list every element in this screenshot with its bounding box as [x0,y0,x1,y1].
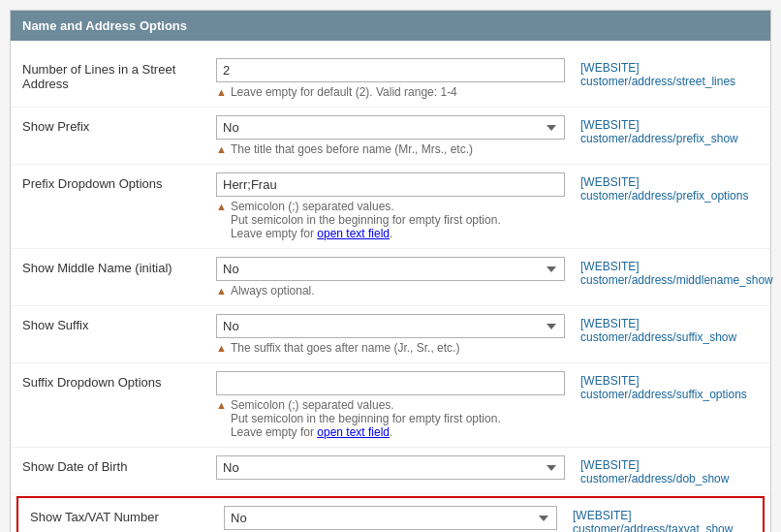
form-row-prefix_options: Prefix Dropdown Options▲Semicolon (;) se… [11,165,770,249]
control-col-prefix_options: ▲Semicolon (;) separated values.Put semi… [216,172,565,240]
hint-block-suffix_options: Semicolon (;) separated values.Put semic… [231,398,501,439]
hint-triangle-icon: ▲ [216,143,227,155]
name-address-options-panel: Name and Address Options Number of Lines… [10,10,771,532]
scope-col-street_lines: [WEBSITE]customer/address/street_lines [565,58,759,88]
hint-text: Leave empty for default (2). Valid range… [231,85,457,99]
hint-middlename_show: ▲Always optional. [216,284,565,297]
scope-label-dob_show: [WEBSITE] [580,458,640,472]
hint-text: Always optional. [231,284,315,297]
label-dob_show: Show Date of Birth [22,455,216,474]
hint-street_lines: ▲Leave empty for default (2). Valid rang… [216,85,565,99]
control-col-suffix_show: NoOptionalRequired▲The suffix that goes … [216,314,565,355]
form-row-suffix_options: Suffix Dropdown Options▲Semicolon (;) se… [11,363,770,448]
hint-triangle-icon: ▲ [216,342,227,354]
hint-text: The suffix that goes after name (Jr., Sr… [231,341,460,355]
hint-block-line: Leave empty for open text field. [231,425,501,439]
input-prefix_options[interactable] [216,172,565,197]
form-row-middlename_show: Show Middle Name (initial)NoOptionalRequ… [11,249,770,306]
scope-label-taxvat_show: [WEBSITE] [573,509,632,522]
scope-path-dob_show[interactable]: customer/address/dob_show [580,472,759,485]
open-text-field-link[interactable]: open text field [317,227,390,240]
hint-block-line: Semicolon (;) separated values. [231,200,501,213]
panel-body: Number of Lines in a Street Address▲Leav… [11,41,770,532]
label-prefix_show: Show Prefix [22,115,216,134]
scope-path-suffix_show[interactable]: customer/address/suffix_show [580,330,759,344]
form-row-street_lines: Number of Lines in a Street Address▲Leav… [11,50,770,108]
hint-block-prefix_options: Semicolon (;) separated values.Put semic… [231,200,501,240]
hint-triangle-icon: ▲ [216,285,227,297]
hint-triangle-icon: ▲ [216,201,227,212]
select-suffix_show[interactable]: NoOptionalRequired [216,314,565,338]
label-prefix_options: Prefix Dropdown Options [22,172,216,191]
scope-label-prefix_options: [WEBSITE] [580,175,640,189]
label-suffix_options: Suffix Dropdown Options [22,371,216,390]
scope-path-prefix_show[interactable]: customer/address/prefix_show [580,132,759,145]
hint-block-line: Semicolon (;) separated values. [231,398,501,412]
input-suffix_options[interactable] [216,371,565,395]
input-street_lines[interactable] [216,58,565,82]
hint-block-line: Put semicolon in the beginning for empty… [231,412,501,425]
scope-col-taxvat_show: [WEBSITE]customer/address/taxvat_show [557,506,751,532]
hint-prefix_show: ▲The title that goes before name (Mr., M… [216,142,565,156]
select-dob_show[interactable]: NoOptionalRequired [216,455,565,480]
select-prefix_show[interactable]: NoOptionalRequired [216,115,565,140]
scope-label-suffix_options: [WEBSITE] [580,374,640,388]
hint-block-line: Put semicolon in the beginning for empty… [231,213,501,227]
control-col-prefix_show: NoOptionalRequired▲The title that goes b… [216,115,565,156]
hint-triangle-icon: ▲ [216,86,227,98]
hint-block-line: Leave empty for open text field. [231,227,501,240]
open-text-field-link[interactable]: open text field [317,425,390,439]
form-row-taxvat_show: Show Tax/VAT NumberNoOptionalRequired[WE… [16,496,765,532]
form-row-dob_show: Show Date of BirthNoOptionalRequired[WEB… [11,448,770,494]
control-col-street_lines: ▲Leave empty for default (2). Valid rang… [216,58,565,99]
scope-path-prefix_options[interactable]: customer/address/prefix_options [580,189,759,203]
label-middlename_show: Show Middle Name (initial) [22,257,216,275]
scope-path-middlename_show[interactable]: customer/address/middlename_show [580,273,759,287]
select-middlename_show[interactable]: NoOptionalRequired [216,257,565,281]
form-row-prefix_show: Show PrefixNoOptionalRequired▲The title … [11,108,770,165]
control-col-suffix_options: ▲Semicolon (;) separated values.Put semi… [216,371,565,439]
label-taxvat_show: Show Tax/VAT Number [30,506,224,524]
hint-triangle-icon: ▲ [216,399,227,411]
scope-label-street_lines: [WEBSITE] [580,61,640,75]
panel-title: Name and Address Options [11,11,770,41]
scope-path-taxvat_show[interactable]: customer/address/taxvat_show [573,522,751,532]
hint-text: The title that goes before name (Mr., Mr… [231,142,473,156]
scope-col-middlename_show: [WEBSITE]customer/address/middlename_sho… [565,257,759,287]
scope-col-suffix_options: [WEBSITE]customer/address/suffix_options [565,371,759,401]
hint-block-triangle-prefix_options: ▲Semicolon (;) separated values.Put semi… [216,200,565,240]
control-col-middlename_show: NoOptionalRequired▲Always optional. [216,257,565,297]
control-col-taxvat_show: NoOptionalRequired [224,506,557,530]
label-suffix_show: Show Suffix [22,314,216,332]
hint-suffix_show: ▲The suffix that goes after name (Jr., S… [216,341,565,355]
scope-col-prefix_options: [WEBSITE]customer/address/prefix_options [565,172,759,203]
scope-col-prefix_show: [WEBSITE]customer/address/prefix_show [565,115,759,145]
scope-label-prefix_show: [WEBSITE] [580,118,640,132]
control-col-dob_show: NoOptionalRequired [216,455,565,480]
scope-label-suffix_show: [WEBSITE] [580,317,640,330]
scope-path-street_lines[interactable]: customer/address/street_lines [580,75,759,88]
scope-label-middlename_show: [WEBSITE] [580,260,640,273]
scope-path-suffix_options[interactable]: customer/address/suffix_options [580,388,759,401]
hint-block-triangle-suffix_options: ▲Semicolon (;) separated values.Put semi… [216,398,565,439]
select-taxvat_show[interactable]: NoOptionalRequired [224,506,557,530]
form-row-suffix_show: Show SuffixNoOptionalRequired▲The suffix… [11,306,770,363]
scope-col-dob_show: [WEBSITE]customer/address/dob_show [565,455,759,485]
label-street_lines: Number of Lines in a Street Address [22,58,216,91]
scope-col-suffix_show: [WEBSITE]customer/address/suffix_show [565,314,759,344]
